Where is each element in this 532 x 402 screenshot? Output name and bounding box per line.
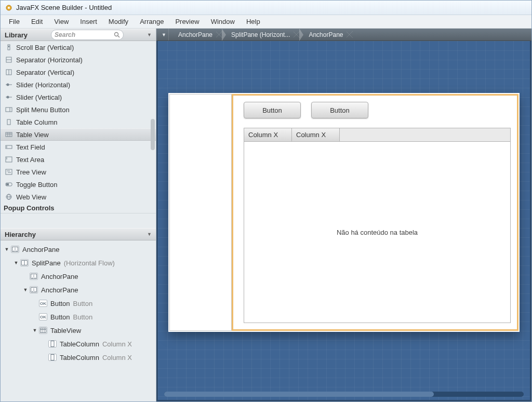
svg-point-11 xyxy=(7,84,9,86)
window-title: JavaFX Scene Builder - Untitled xyxy=(16,4,112,11)
breadcrumb-item[interactable]: SplitPane (Horizont... xyxy=(225,29,299,41)
library-item[interactable]: Text Area xyxy=(1,153,156,166)
anchorpane-icon xyxy=(30,286,38,293)
tree-label: AnchorPane xyxy=(41,273,78,280)
anchorpane-icon xyxy=(30,273,38,280)
tree-row[interactable]: AnchorPane xyxy=(1,270,156,283)
tree-label: SplitPane xyxy=(32,259,61,267)
breadcrumb: ▼ AnchorPaneSplitPane (Horizont...Anchor… xyxy=(156,29,531,41)
tree-twisty-icon[interactable]: ▼ xyxy=(4,247,10,252)
svg-rect-17 xyxy=(6,132,12,137)
menu-modify[interactable]: Modify xyxy=(103,16,134,27)
table-column-2[interactable]: Column X xyxy=(292,128,340,141)
library-item-label: Table View xyxy=(16,131,49,139)
tree-twisty-icon[interactable]: ▼ xyxy=(32,328,38,333)
menu-preview[interactable]: Preview xyxy=(170,16,204,27)
chevron-down-icon[interactable]: ▼ xyxy=(159,29,169,41)
button-icon: OK xyxy=(39,300,47,307)
menu-window[interactable]: Window xyxy=(206,16,240,27)
scrollbar-v-icon xyxy=(5,44,13,51)
tree-row[interactable]: OKButtonButton xyxy=(1,310,156,324)
breadcrumb-item[interactable]: AnchorPane xyxy=(302,29,352,41)
library-header: Library Search ▼ xyxy=(1,29,156,41)
library-item[interactable]: Separator (Horizontal) xyxy=(1,53,156,66)
chevron-down-icon[interactable]: ▼ xyxy=(147,32,152,37)
tree-sublabel: Button xyxy=(73,300,93,307)
tree-twisty-icon[interactable]: ▼ xyxy=(13,260,19,265)
svg-line-3 xyxy=(118,36,119,37)
svg-rect-14 xyxy=(6,108,12,112)
library-search[interactable]: Search xyxy=(51,30,124,40)
tree-row[interactable]: ▼TableView xyxy=(1,324,156,337)
button-icon: OK xyxy=(39,313,47,320)
table-column-filler xyxy=(340,128,510,141)
toggle-icon xyxy=(5,181,13,188)
hierarchy-title: Hierarchy xyxy=(5,231,36,238)
table-icon xyxy=(5,131,13,138)
menu-insert[interactable]: Insert xyxy=(75,16,102,27)
hierarchy-tree[interactable]: ▼AnchorPane▼SplitPane(Horizontal Flow)An… xyxy=(1,240,156,401)
table-icon xyxy=(39,327,47,334)
library-item[interactable]: Table View xyxy=(1,128,156,141)
tree-sublabel: Button xyxy=(73,313,93,321)
menu-arrange[interactable]: Arrange xyxy=(135,16,169,27)
library-item-label: Separator (Horizontal) xyxy=(16,56,83,64)
library-item-label: Text Field xyxy=(16,143,45,151)
library-item-label: Separator (Vertical) xyxy=(16,69,74,76)
tree-row[interactable]: ▼AnchorPane xyxy=(1,283,156,297)
textarea-icon xyxy=(5,156,13,163)
canvas-h-scrollbar[interactable] xyxy=(164,392,524,397)
library-item[interactable]: Separator (Vertical) xyxy=(1,66,156,78)
library-item[interactable]: Toggle Button xyxy=(1,178,156,191)
library-list[interactable]: Scroll Bar (Vertical)Separator (Horizont… xyxy=(1,41,156,228)
tree-row[interactable]: ▼SplitPane(Horizontal Flow) xyxy=(1,256,156,270)
library-item[interactable]: Tree View xyxy=(1,166,156,178)
scrollbar-thumb[interactable] xyxy=(151,119,155,150)
tree-label: Button xyxy=(50,300,70,307)
library-section-label: Popup Controls xyxy=(1,203,156,213)
search-icon xyxy=(114,32,120,38)
scrollbar-thumb[interactable] xyxy=(164,392,434,397)
library-item[interactable]: Text Field xyxy=(1,141,156,153)
app-window: JavaFX Scene Builder - Untitled FileEdit… xyxy=(0,0,532,402)
canvas-button-1[interactable]: Button xyxy=(244,102,301,118)
root-anchorpane[interactable]: Button Button Column X Column X Não há c… xyxy=(168,93,520,332)
chevron-down-icon[interactable]: ▼ xyxy=(147,232,152,237)
canvas-tableview[interactable]: Column X Column X Não há conteúdo na tab… xyxy=(244,128,511,323)
table-column-1[interactable]: Column X xyxy=(244,128,292,141)
breadcrumb-item[interactable]: AnchorPane xyxy=(172,29,222,41)
tree-row[interactable]: TableColumnColumn X xyxy=(1,337,156,351)
tree-row[interactable]: OKButtonButton xyxy=(1,297,156,310)
tree-row[interactable]: TableColumnColumn X xyxy=(1,351,156,364)
search-placeholder: Search xyxy=(55,31,75,38)
splitpane-right[interactable]: Button Button Column X Column X Não há c… xyxy=(232,94,518,331)
splitmenu-icon xyxy=(5,106,13,113)
menu-help[interactable]: Help xyxy=(241,16,265,27)
tree-label: AnchorPane xyxy=(22,246,60,253)
library-item[interactable]: Web View xyxy=(1,191,156,203)
main-area: Library Search ▼ Scroll Bar (Vertical)Se… xyxy=(1,29,531,401)
library-item[interactable]: Slider (Vertical) xyxy=(1,91,156,103)
tree-label: TableColumn xyxy=(60,340,99,348)
library-item[interactable]: Table Column xyxy=(1,116,156,128)
canvas-button-2[interactable]: Button xyxy=(311,102,368,118)
menu-file[interactable]: File xyxy=(4,16,25,27)
library-item[interactable]: Scroll Bar (Vertical) xyxy=(1,41,156,53)
tree-row[interactable]: ▼AnchorPane xyxy=(1,243,156,256)
textfield-icon xyxy=(5,143,13,151)
library-item[interactable]: Slider (Horizontal) xyxy=(1,78,156,91)
web-icon xyxy=(5,193,13,200)
tree-icon xyxy=(5,168,13,176)
splitpane-left[interactable] xyxy=(169,94,232,331)
menu-view[interactable]: View xyxy=(49,16,74,27)
separator-h-icon xyxy=(5,56,13,63)
menu-edit[interactable]: Edit xyxy=(26,16,48,27)
tree-twisty-icon[interactable]: ▼ xyxy=(22,287,29,292)
design-canvas[interactable]: Button Button Column X Column X Não há c… xyxy=(156,41,531,401)
design-area: ▼ AnchorPaneSplitPane (Horizont...Anchor… xyxy=(156,29,531,401)
library-item[interactable]: Split Menu Button xyxy=(1,103,156,116)
svg-rect-29 xyxy=(6,183,9,185)
tree-label: Button xyxy=(50,313,70,321)
hierarchy-header: Hierarchy ▼ xyxy=(1,228,156,240)
column-icon xyxy=(5,118,13,126)
